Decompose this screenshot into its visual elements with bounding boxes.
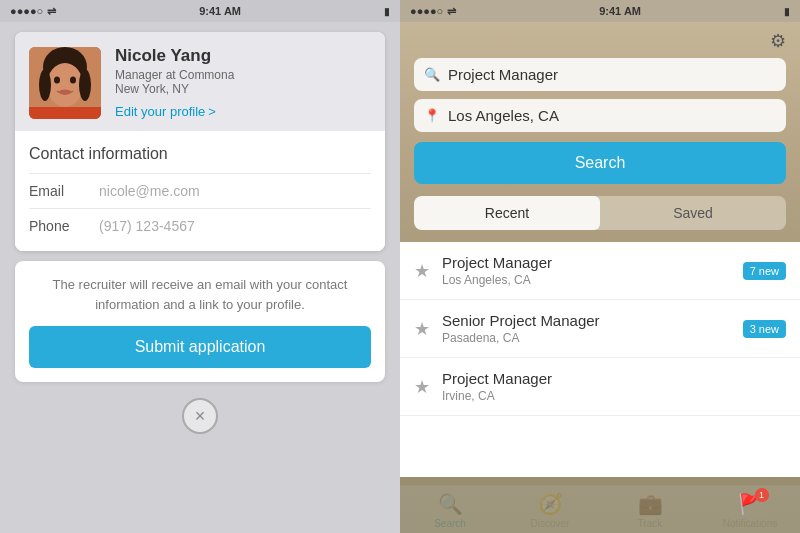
location-pin-icon: 📍 [424, 108, 440, 123]
right-battery-icon: ▮ [784, 6, 790, 17]
svg-point-5 [54, 76, 60, 83]
right-status-right: ▮ [784, 6, 790, 17]
nav-notifications-badge-wrap: 🚩 1 [738, 492, 763, 516]
left-status-bar: ●●●●○ ⇌ 9:41 AM ▮ [0, 0, 400, 22]
profile-title: Manager at Commona [115, 68, 234, 82]
location-input-wrap[interactable]: 📍 Los Angeles, CA [414, 99, 786, 132]
right-content: ⚙ 🔍 📍 Los Angeles, CA Search Recent Save… [400, 22, 800, 485]
star-icon-0[interactable]: ★ [414, 260, 430, 282]
right-panel: ●●●●○ ⇌ 9:41 AM ▮ ⚙ 🔍 📍 Los Angeles, CA … [400, 0, 800, 533]
left-status-right: ▮ [384, 6, 390, 17]
new-badge-0: 7 new [743, 262, 786, 280]
star-icon-2[interactable]: ★ [414, 376, 430, 398]
job-list: ★ Project Manager Los Angeles, CA 7 new … [400, 242, 800, 477]
right-status-bar: ●●●●○ ⇌ 9:41 AM ▮ [400, 0, 800, 22]
settings-button[interactable]: ⚙ [770, 30, 786, 52]
svg-point-3 [39, 69, 51, 101]
tab-recent[interactable]: Recent [414, 196, 600, 230]
job-title-1: Senior Project Manager [442, 312, 743, 329]
right-status-left: ●●●●○ ⇌ [410, 5, 456, 18]
tab-saved[interactable]: Saved [600, 196, 786, 230]
job-title-2: Project Manager [442, 370, 786, 387]
profile-card: Nicole Yang Manager at Commona New York,… [15, 32, 385, 251]
profile-location: New York, NY [115, 82, 234, 96]
tabs-row: Recent Saved [414, 196, 786, 230]
phone-row: Phone (917) 123-4567 [29, 208, 371, 243]
new-badge-1: 3 new [743, 320, 786, 338]
close-button[interactable]: × [182, 398, 218, 434]
job-location-1: Pasadena, CA [442, 331, 743, 345]
left-signal: ●●●●○ [10, 5, 43, 17]
left-wifi-icon: ⇌ [47, 5, 56, 18]
phone-label: Phone [29, 218, 99, 234]
job-title-0: Project Manager [442, 254, 743, 271]
gear-icon: ⚙ [770, 31, 786, 51]
left-status-left: ●●●●○ ⇌ [10, 5, 56, 18]
email-label: Email [29, 183, 99, 199]
svg-point-7 [59, 89, 71, 94]
phone-value: (917) 123-4567 [99, 218, 195, 234]
location-text: Los Angeles, CA [448, 107, 559, 124]
profile-info: Nicole Yang Manager at Commona New York,… [115, 46, 234, 119]
job-search-input-wrap[interactable]: 🔍 [414, 58, 786, 91]
left-time: 9:41 AM [199, 5, 241, 17]
contact-section-title: Contact information [29, 145, 371, 163]
left-panel: ●●●●○ ⇌ 9:41 AM ▮ [0, 0, 400, 533]
job-item-0[interactable]: ★ Project Manager Los Angeles, CA 7 new [400, 242, 800, 300]
submit-button[interactable]: Submit application [29, 326, 371, 368]
notifications-badge: 1 [755, 488, 769, 502]
edit-profile-link[interactable]: Edit your profile > [115, 104, 234, 119]
info-card: The recruiter will receive an email with… [15, 261, 385, 382]
job-info-0: Project Manager Los Angeles, CA [442, 254, 743, 287]
svg-point-2 [47, 63, 83, 107]
job-location-2: Irvine, CA [442, 389, 786, 403]
battery-icon: ▮ [384, 6, 390, 17]
right-signal: ●●●●○ [410, 5, 443, 17]
search-button[interactable]: Search [414, 142, 786, 184]
email-row: Email nicole@me.com [29, 173, 371, 208]
right-wifi-icon: ⇌ [447, 5, 456, 18]
profile-header: Nicole Yang Manager at Commona New York,… [15, 32, 385, 131]
info-text: The recruiter will receive an email with… [29, 275, 371, 314]
job-item-2[interactable]: ★ Project Manager Irvine, CA [400, 358, 800, 416]
right-time: 9:41 AM [599, 5, 641, 17]
email-value: nicole@me.com [99, 183, 200, 199]
job-info-2: Project Manager Irvine, CA [442, 370, 786, 403]
avatar [29, 47, 101, 119]
job-location-0: Los Angeles, CA [442, 273, 743, 287]
job-info-1: Senior Project Manager Pasadena, CA [442, 312, 743, 345]
search-icon: 🔍 [424, 67, 440, 82]
svg-point-6 [70, 76, 76, 83]
close-icon: × [195, 406, 206, 427]
profile-name: Nicole Yang [115, 46, 234, 66]
contact-section: Contact information Email nicole@me.com … [15, 131, 385, 251]
job-item-1[interactable]: ★ Senior Project Manager Pasadena, CA 3 … [400, 300, 800, 358]
edit-chevron-icon: > [208, 104, 216, 119]
svg-point-4 [79, 69, 91, 101]
job-search-input[interactable] [448, 66, 776, 83]
star-icon-1[interactable]: ★ [414, 318, 430, 340]
